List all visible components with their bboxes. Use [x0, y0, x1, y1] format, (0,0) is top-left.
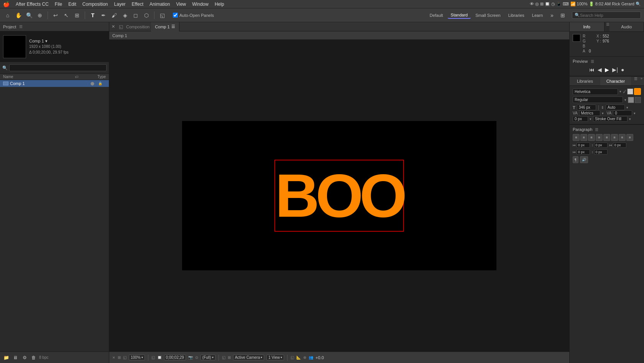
font-size-input[interactable]: [577, 105, 596, 110]
comp-tab-menu[interactable]: ☰: [171, 24, 175, 29]
menu-edit[interactable]: Edit: [65, 2, 79, 7]
eyedropper-icon[interactable]: 🖊: [623, 90, 626, 93]
auto-open-checkbox[interactable]: [173, 13, 178, 18]
color-values: R X : 552 G Y : 976 B: [583, 34, 609, 54]
quality-dropdown[interactable]: (Full) ▾: [200, 355, 215, 360]
metrics-select[interactable]: Metrics: [579, 110, 600, 116]
menu-window[interactable]: Window: [189, 2, 212, 7]
justify-right-button[interactable]: ≡: [619, 134, 626, 141]
project-search-input[interactable]: [9, 64, 107, 71]
col-type-header: Type: [83, 75, 106, 79]
justify-center-button[interactable]: ≡: [611, 134, 618, 141]
project-panel-menu[interactable]: ☰: [19, 25, 23, 29]
stamp-tool-button[interactable]: ◈: [120, 11, 130, 20]
space-before-input[interactable]: [594, 142, 608, 148]
project-new-folder-button[interactable]: 📁: [2, 354, 10, 361]
menu-view[interactable]: View: [173, 2, 189, 7]
text-tool-button[interactable]: T: [88, 11, 97, 20]
font-style-select[interactable]: Regular: [573, 96, 623, 103]
stroke-width-input[interactable]: [573, 116, 588, 122]
workspace-standard[interactable]: Standard: [448, 12, 471, 19]
paragraph-title: Paragraph ☰: [573, 127, 641, 132]
menu-aftereffects[interactable]: After Effects CC: [13, 2, 52, 7]
para-menu[interactable]: ☰: [595, 128, 598, 132]
project-new-item-button[interactable]: 🖥: [12, 354, 19, 361]
align-center-button[interactable]: ≡: [580, 134, 587, 141]
indent-first-input[interactable]: [577, 149, 590, 155]
active-camera-dropdown[interactable]: Active Camera ▾: [233, 355, 264, 360]
puppet-tool-button[interactable]: ⬡: [142, 11, 151, 20]
preview-next-button[interactable]: ▶|: [611, 66, 619, 74]
para-extra-btn[interactable]: 🔊: [580, 156, 588, 163]
pen-tool-button[interactable]: ✒: [99, 11, 108, 20]
zoom-tool-button[interactable]: 🔍: [25, 11, 34, 20]
timecode-display[interactable]: 0;00;02;29: [164, 355, 186, 360]
menu-composition[interactable]: Composition: [79, 2, 111, 7]
project-search-area: 🔍: [0, 62, 109, 74]
tab-libraries[interactable]: Libraries: [570, 77, 600, 85]
stroke-type-select[interactable]: Stroke Over Fill: [593, 116, 628, 122]
auto-leading-select[interactable]: Auto: [606, 105, 625, 110]
menu-animation[interactable]: Animation: [146, 2, 173, 7]
char-expand-icon[interactable]: »: [639, 77, 644, 85]
char-panel-menu[interactable]: ☰: [632, 77, 639, 85]
selection-tool-button[interactable]: ↖: [62, 11, 71, 20]
tracking-input[interactable]: [613, 110, 632, 116]
home-button[interactable]: ⌂: [3, 11, 12, 20]
workspace-more-button[interactable]: »: [547, 11, 557, 20]
view-count-dropdown[interactable]: 1 View ▾: [266, 355, 284, 360]
magnify-tool-button[interactable]: ⊕: [35, 11, 44, 20]
project-delete-button[interactable]: 🗑: [30, 354, 38, 361]
viewer-icon-2: 🔲: [157, 355, 162, 360]
comp-button[interactable]: ◱: [158, 11, 167, 20]
zoom-dropdown[interactable]: 100% ▾: [129, 355, 145, 360]
search-help-input[interactable]: [580, 13, 638, 18]
search-icon: 🔍: [575, 13, 580, 18]
align-left-button[interactable]: ≡: [573, 134, 580, 141]
menu-status-icons: 👁 ◎ ⊞ 🔲 ◷ 📱 ⌨ 📶 100% 🔋 8:02 AM Rick Gera…: [530, 2, 641, 7]
space-after-input[interactable]: [594, 149, 608, 155]
workspace-menu-button[interactable]: ⊞: [558, 11, 567, 20]
menu-file[interactable]: File: [52, 2, 65, 7]
apple-menu[interactable]: 🍎: [0, 1, 13, 7]
info-panel-menu[interactable]: ☰: [606, 22, 610, 31]
menu-bar: 🍎 After Effects CC File Edit Composition…: [0, 0, 644, 8]
grid-tool-button[interactable]: ⊞: [72, 11, 82, 20]
menu-effect[interactable]: Effect: [129, 2, 146, 7]
align-right-button[interactable]: ≡: [588, 134, 595, 141]
stroke-color-swatch[interactable]: [634, 88, 641, 95]
fill-color-swatch[interactable]: [627, 88, 633, 95]
tab-audio[interactable]: Audio: [610, 22, 644, 31]
project-settings-button[interactable]: ⚙: [21, 354, 28, 361]
workspace-small-screen[interactable]: Small Screen: [472, 12, 503, 18]
font-family-select[interactable]: Helvetica: [573, 88, 618, 95]
rotate-tool-button[interactable]: ↩: [51, 11, 60, 20]
stroke-style-swatch[interactable]: [635, 97, 641, 103]
preview-menu[interactable]: ☰: [591, 59, 594, 64]
project-item-comp1[interactable]: Comp 1 ⬤ 🔒: [0, 80, 109, 87]
roman-hanging-button[interactable]: ¶: [573, 156, 578, 163]
brush-tool-button[interactable]: 🖌: [110, 11, 119, 20]
comp-panel-close[interactable]: ✕: [109, 24, 117, 29]
fill-style-swatch[interactable]: [628, 97, 634, 103]
eraser-tool-button[interactable]: ◻: [131, 11, 140, 20]
preview-first-button[interactable]: ⏮: [588, 66, 595, 74]
preview-prev-button[interactable]: ◀: [597, 66, 603, 74]
indent-right-input[interactable]: [613, 142, 626, 148]
comp-tab-comp1[interactable]: Comp 1 ☰: [151, 22, 179, 31]
menu-layer[interactable]: Layer: [111, 2, 129, 7]
workspace-libraries[interactable]: Libraries: [505, 12, 527, 18]
workspace-learn[interactable]: Learn: [529, 12, 546, 18]
hand-tool-button[interactable]: ✋: [14, 11, 23, 20]
justify-all-button[interactable]: ≡: [603, 134, 610, 141]
justify-left-button[interactable]: ≡: [626, 134, 633, 141]
justify-button[interactable]: ≡: [596, 134, 603, 141]
menu-help[interactable]: Help: [212, 2, 227, 7]
preview-play-button[interactable]: ▶: [604, 66, 610, 74]
indent-left-input[interactable]: [577, 142, 590, 148]
workspace-default[interactable]: Default: [427, 12, 446, 18]
tab-character[interactable]: Character: [600, 77, 631, 85]
preview-record-button[interactable]: ●: [620, 66, 625, 74]
tab-info[interactable]: Info: [570, 22, 605, 31]
col-name-header: Name: [3, 75, 75, 79]
